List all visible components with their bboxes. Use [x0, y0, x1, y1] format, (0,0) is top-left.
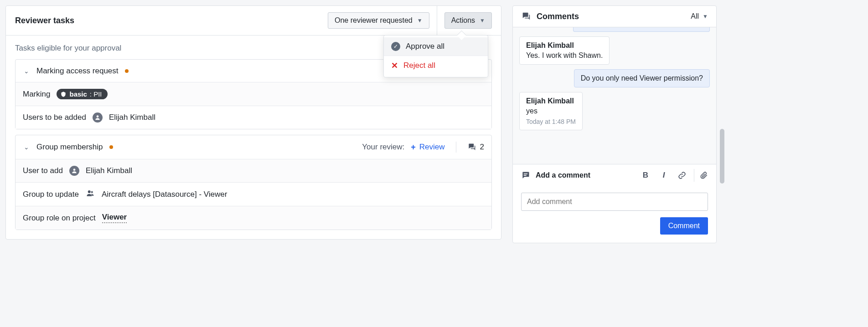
reviewer-tasks-title: Reviewer tasks	[15, 16, 322, 26]
comments-title: Comments	[537, 12, 685, 21]
comment-input-area: Comment	[513, 186, 716, 243]
add-comment-label: Add a comment	[536, 171, 634, 179]
comment-submit-button[interactable]: Comment	[660, 217, 708, 235]
approve-all-item[interactable]: ✓ Approve all	[384, 37, 488, 56]
marking-label: Marking	[23, 90, 50, 99]
attachment-button[interactable]	[694, 169, 708, 182]
comment-author: Elijah Kimball	[526, 97, 576, 105]
marking-badge: basic: PII	[57, 89, 107, 99]
reject-all-item[interactable]: ✕ Reject all	[384, 56, 488, 75]
header-divider	[437, 6, 437, 35]
comment-text: Do you only need Viewer permission?	[581, 74, 703, 82]
approve-all-label: Approve all	[406, 42, 444, 51]
task-row: User to add Elijah Kimball	[16, 159, 491, 182]
comments-panel: Comments All ▼ Elijah Kimball Yes. I wor…	[512, 5, 717, 243]
task-row: Marking basic: PII	[16, 82, 491, 106]
chevron-down-icon: ▼	[703, 13, 708, 20]
comments-filter-label: All	[691, 12, 699, 20]
marking-badge-prefix: basic	[69, 90, 87, 98]
svg-point-0	[97, 115, 99, 118]
italic-button[interactable]: I	[657, 169, 670, 182]
chevron-down-icon: ⌄	[23, 67, 30, 75]
comment-add-icon	[521, 171, 530, 180]
svg-point-1	[73, 169, 76, 171]
comments-icon	[521, 11, 531, 21]
your-review-label: Your review:	[362, 143, 404, 152]
avatar-icon	[93, 112, 103, 123]
group-to-update-label: Group to update	[23, 190, 79, 199]
check-circle-icon: ✓	[391, 42, 400, 51]
comments-thread: Elijah Kimball Yes. I work with Shawn. D…	[513, 27, 716, 164]
group-role-value[interactable]: Viewer	[102, 213, 127, 223]
user-name: Elijah Kimball	[86, 166, 132, 175]
marking-badge-value: : PII	[90, 90, 102, 98]
shield-icon	[60, 91, 67, 97]
group-name: Aircraft delays [Datasource] - Viewer	[102, 190, 227, 199]
comment-bubble: Elijah Kimball yes Today at 1:48 PM	[519, 92, 583, 130]
svg-point-3	[91, 191, 93, 194]
reject-all-label: Reject all	[403, 61, 435, 70]
status-dot-icon	[109, 145, 113, 149]
actions-button[interactable]: Actions ▼	[444, 12, 492, 29]
reviewer-tasks-panel: Reviewer tasks One reviewer requested ▼ …	[5, 5, 501, 240]
user-to-add-label: User to add	[23, 166, 63, 175]
group-icon	[85, 189, 95, 199]
users-to-add-label: Users to be added	[23, 113, 86, 122]
close-icon: ✕	[391, 61, 398, 71]
previous-message-peek	[573, 27, 710, 32]
add-review-button[interactable]: + Review	[411, 143, 444, 152]
actions-label: Actions	[451, 16, 475, 25]
scrollbar-track[interactable]	[720, 6, 725, 243]
comment-input[interactable]	[521, 193, 708, 211]
task-title: Group membership	[36, 143, 103, 152]
link-button[interactable]	[676, 169, 688, 182]
task-row: Group role on project Viewer	[16, 206, 491, 230]
comment-count-button[interactable]: 2	[467, 143, 484, 152]
task-title: Marking access request	[36, 66, 119, 76]
separator	[456, 142, 456, 153]
chevron-down-icon: ▼	[480, 17, 485, 24]
comment-count-value: 2	[480, 143, 484, 152]
task-row: Users to be added Elijah Kimball	[16, 106, 491, 129]
comments-filter-select[interactable]: All ▼	[691, 12, 708, 20]
user-name: Elijah Kimball	[109, 113, 155, 122]
task-row: Group to update Aircraft delays [Datasou…	[16, 182, 491, 206]
task-header[interactable]: ⌄ Group membership Your review: + Review…	[16, 135, 491, 159]
task-card: ⌄ Group membership Your review: + Review…	[15, 135, 492, 230]
comment-toolbar: Add a comment B I	[513, 164, 716, 186]
svg-rect-4	[524, 174, 527, 174]
actions-dropdown: ✓ Approve all ✕ Reject all	[383, 35, 488, 77]
status-dot-icon	[125, 69, 129, 73]
bold-button[interactable]: B	[639, 169, 652, 182]
comments-header: Comments All ▼	[513, 6, 716, 27]
comment-bubble: Elijah Kimball Yes. I work with Shawn.	[519, 36, 610, 65]
reviewer-tasks-header: Reviewer tasks One reviewer requested ▼ …	[6, 6, 501, 36]
svg-rect-5	[524, 175, 527, 176]
reviewer-count-label: One reviewer requested	[335, 16, 413, 25]
comments-icon	[467, 143, 476, 152]
chevron-down-icon: ▼	[417, 17, 423, 24]
chevron-down-icon: ⌄	[23, 143, 30, 151]
comment-timestamp: Today at 1:48 PM	[526, 118, 576, 125]
comment-text: Yes. I work with Shawn.	[526, 51, 603, 60]
comment-author: Elijah Kimball	[526, 41, 603, 50]
review-label: Review	[419, 143, 445, 152]
avatar-icon	[69, 166, 79, 176]
comment-text: yes	[526, 107, 576, 115]
plus-icon: +	[411, 143, 416, 152]
svg-point-2	[88, 190, 91, 193]
scrollbar-thumb[interactable]	[720, 129, 724, 184]
group-role-label: Group role on project	[23, 214, 96, 223]
comment-bubble-own: Do you only need Viewer permission?	[574, 69, 710, 87]
reviewer-count-select[interactable]: One reviewer requested ▼	[328, 12, 429, 29]
